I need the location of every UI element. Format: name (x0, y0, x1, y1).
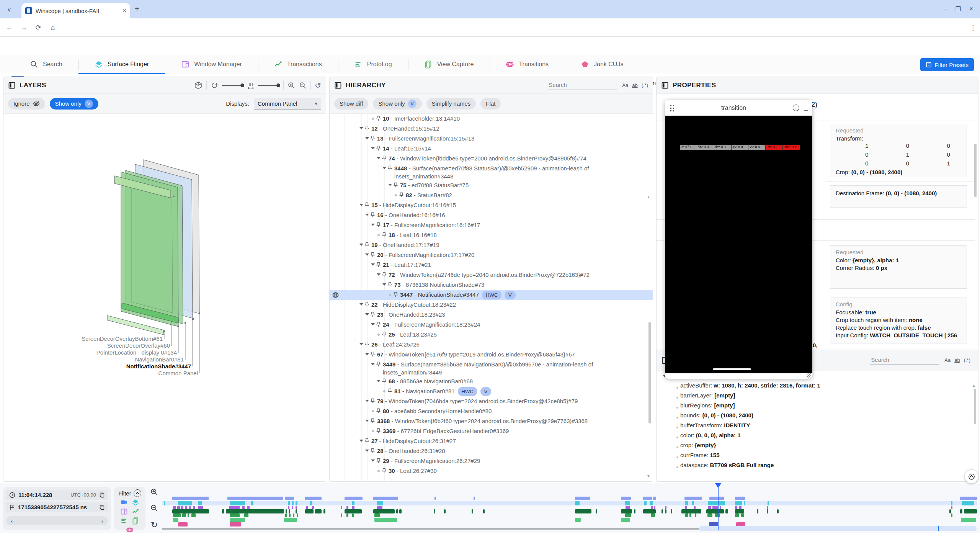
timeline-segment-window-manager[interactable] (306, 506, 308, 509)
drag-handle-icon[interactable] (670, 104, 675, 112)
timeline-reset-icon[interactable]: ↻ (151, 520, 158, 530)
resize-handle[interactable] (807, 373, 811, 378)
pin-icon[interactable] (376, 320, 383, 327)
timeline-segment-transactions[interactable] (286, 509, 287, 513)
zoom-out-icon[interactable] (299, 82, 307, 89)
timeline-segment-surface-flinger[interactable] (644, 501, 647, 505)
hierarchy-node-82[interactable]: 82 - StatusBar#82 (330, 190, 653, 200)
flat-chip[interactable]: Flat (480, 98, 501, 110)
copy-icon[interactable] (99, 504, 105, 510)
timeline-segment-screen-recording[interactable] (960, 497, 977, 500)
timeline-band-surface-flinger[interactable] (162, 501, 977, 505)
pin-icon[interactable] (364, 301, 371, 307)
pin-icon[interactable] (364, 437, 371, 444)
filter-list-icon[interactable] (120, 517, 128, 525)
timeline-segment-protolog[interactable] (695, 513, 696, 517)
timeline-segment-surface-flinger[interactable] (292, 501, 294, 505)
timeline-canvas[interactable] (162, 483, 977, 533)
pin-icon[interactable] (382, 271, 389, 278)
timeline-segment-window-manager[interactable] (951, 506, 952, 509)
hierarchy-node-29[interactable]: 29 - FullscreenMagnification:26:27#29 (330, 456, 653, 466)
timeline-segment-transactions[interactable] (575, 509, 591, 513)
timeline-zoom-in-icon[interactable] (150, 488, 158, 496)
timeline-segment-transactions[interactable] (949, 509, 951, 513)
timeline-segment-surface-flinger[interactable] (198, 501, 202, 505)
scroll-up-icon[interactable]: ▲ (647, 195, 650, 199)
timeline-segment-transactions[interactable] (305, 509, 314, 513)
expand-caret-icon[interactable] (370, 320, 376, 325)
hierarchy-node-14[interactable]: 14 - Leaf:15:15#14 (330, 144, 653, 154)
timeline-segment-screen-recording[interactable] (684, 497, 702, 500)
timeline-cursor-line[interactable] (718, 485, 719, 530)
pin-icon[interactable] (370, 134, 377, 141)
spacing-icon[interactable] (247, 82, 254, 89)
timeline-segment-transactions[interactable] (226, 509, 284, 513)
tab-jank-cujs[interactable]: Jank CUJs (565, 55, 639, 74)
timeline-segment-transactions[interactable] (222, 509, 224, 513)
expand-caret-icon[interactable] (376, 271, 382, 276)
hierarchy-node-13[interactable]: 13 - FullscreenMagnification:15:15#13 (330, 134, 653, 144)
tab-surface-flinger[interactable]: Surface Flinger (78, 55, 165, 74)
hierarchy-node-12[interactable]: 12 - OneHanded:15:15#12 (330, 124, 653, 134)
timeline-segment-transactions[interactable] (671, 509, 672, 513)
hierarchy-node-3447[interactable]: 3447 - NotificationShade#3447HWCV (330, 290, 653, 300)
match-word-icon[interactable]: ab (954, 357, 960, 363)
expand-caret-icon[interactable] (370, 261, 376, 266)
expand-caret-icon[interactable] (370, 221, 376, 226)
timeline-segment-surface-flinger[interactable] (377, 501, 383, 505)
timeline-segment-surface-flinger[interactable] (575, 501, 580, 505)
collapse-panel-icon[interactable] (334, 82, 342, 89)
timeline-segment-window-manager[interactable] (292, 506, 293, 509)
filter-spiral-icon[interactable] (126, 526, 134, 533)
hierarchy-node-25[interactable]: 25 - Leaf:18:23#25 (330, 330, 653, 340)
properties-scrollbar[interactable] (974, 144, 977, 197)
timeline-segment-transactions[interactable] (289, 509, 290, 513)
timeline-segment-window-manager[interactable] (296, 506, 297, 509)
pin-icon[interactable] (399, 191, 406, 198)
timeline-segment-protolog[interactable] (352, 513, 354, 517)
expand-caret-icon[interactable] (364, 447, 370, 452)
filter-layers-icon[interactable] (132, 499, 139, 506)
timeline-segment-surface-flinger[interactable] (296, 501, 297, 505)
hierarchy-node-3368[interactable]: 3368 - WindowToken{f6b2f60 type=2024 and… (330, 416, 653, 426)
property-dataspace[interactable]: dataspace: BT709 sRGB Full range (657, 461, 978, 471)
timeline-segment-window-manager[interactable] (651, 506, 653, 509)
timeline-segment-window-manager[interactable] (712, 506, 718, 509)
pin-icon[interactable] (376, 114, 383, 121)
timeline-segment-transactions[interactable] (596, 509, 597, 513)
expand-caret-icon[interactable] (358, 124, 364, 129)
timeline-segment-protolog[interactable] (182, 513, 186, 517)
hierarchy-node-18[interactable]: 18 - Leaf:16:16#18 (330, 230, 653, 240)
timeline-segment-surface-flinger[interactable] (230, 501, 245, 505)
scroll-up-icon[interactable]: ▲ (972, 383, 976, 387)
hierarchy-node-3449[interactable]: 3449 - Surface(name=885b63e NavigationBa… (330, 360, 653, 376)
hierarchy-node-73[interactable]: 73 - 8736138 NotificationShade#73 (330, 280, 653, 290)
hierarchy-node-22[interactable]: 22 - HideDisplayCutout:18:23#22 (330, 300, 653, 310)
timeline-segment-screen-recording[interactable] (285, 497, 294, 500)
layer-rects[interactable] (3, 114, 326, 481)
show-diff-chip[interactable]: Show diff (334, 98, 368, 110)
visibility-eye-icon[interactable] (332, 291, 339, 299)
expand-caret-icon[interactable] (364, 311, 370, 316)
expand-caret-icon[interactable] (358, 241, 364, 246)
timeline-segment-surface-flinger[interactable] (310, 501, 312, 505)
timeline-segment-window-manager[interactable] (341, 506, 342, 509)
property-activeBuffer[interactable]: activeBuffer: w: 1080, h: 2400, stride: … (657, 381, 978, 391)
spacing-slider[interactable] (258, 85, 279, 86)
expand-caret-icon[interactable] (376, 377, 382, 382)
close-icon[interactable]: × (965, 5, 978, 12)
timeline-segment-transactions[interactable] (172, 509, 209, 513)
timeline-segment-window-manager[interactable] (665, 506, 666, 509)
tab-window-manager[interactable]: Window Manager (165, 55, 258, 74)
hierarchy-node-28[interactable]: 28 - OneHanded:26:31#28 (330, 446, 653, 456)
timeline-segment-protolog[interactable] (244, 513, 248, 517)
show-only-chip[interactable]: Show only V (373, 98, 421, 110)
timeline-segment-screen-recording[interactable] (621, 497, 631, 500)
minimize-overlay-icon[interactable]: _ (804, 104, 808, 112)
timeline-segment-view-capture[interactable] (961, 518, 976, 522)
property-barrierLayer[interactable]: barrierLayer: [empty] (657, 391, 978, 401)
timeline-segment-transactions[interactable] (345, 509, 362, 513)
timeline-segment-surface-flinger[interactable] (625, 501, 630, 505)
pin-icon[interactable] (370, 311, 377, 317)
tab-transactions[interactable]: Transactions (258, 55, 338, 74)
